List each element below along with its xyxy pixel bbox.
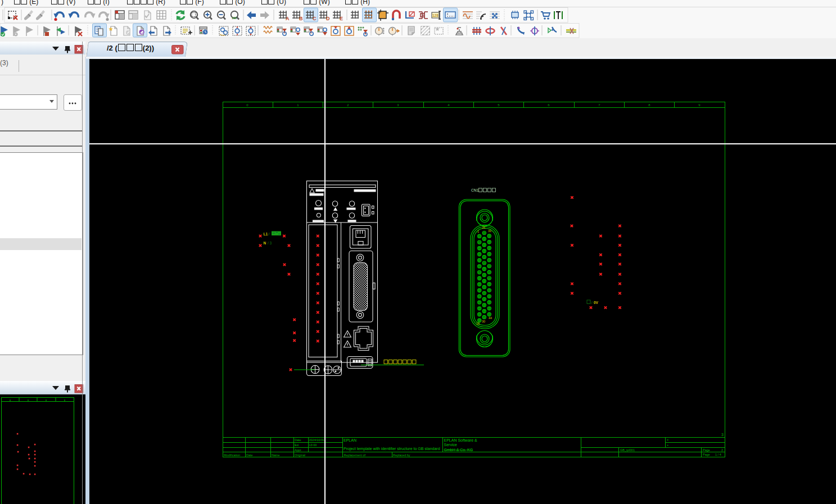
svg-text:L1: L1: [264, 232, 268, 236]
svg-text:D: D: [326, 16, 330, 21]
svg-text:6: 6: [548, 103, 550, 107]
svg-text:2: 2: [721, 448, 723, 452]
svg-text:=: =: [667, 438, 668, 442]
svg-text:8: 8: [648, 103, 650, 107]
svg-text:B: B: [299, 16, 303, 21]
svg-text:44: 44: [489, 316, 492, 320]
svg-text:EPLAN Software &: EPLAN Software &: [444, 438, 477, 442]
svg-text:9: 9: [698, 103, 701, 107]
svg-text:Modification: Modification: [224, 453, 240, 457]
svg-text:100: 100: [232, 16, 237, 20]
svg-text:Name: Name: [272, 453, 280, 457]
svg-text:/ 3: / 3: [268, 241, 272, 245]
svg-text:GmbH & Co. KG: GmbH & Co. KG: [444, 448, 473, 452]
svg-text:Ed.: Ed.: [295, 443, 300, 447]
svg-text:A: A: [286, 16, 290, 21]
svg-text:Original: Original: [295, 453, 305, 457]
svg-text:Page: Page: [703, 448, 710, 452]
svg-text:4: 4: [448, 103, 450, 107]
svg-text:0: 0: [246, 103, 248, 107]
svg-text:C: C: [313, 16, 317, 21]
svg-text:Replacement of: Replacement of: [344, 453, 366, 457]
svg-text:GB_tpl001: GB_tpl001: [620, 448, 635, 452]
svg-text:/: /: [591, 301, 593, 305]
svg-text:E: E: [340, 16, 343, 21]
svg-text:2: 2: [347, 103, 349, 107]
svg-text:1: 1: [477, 230, 479, 233]
svg-text:26: 26: [482, 226, 485, 229]
svg-text:1 / 4: 1 / 4: [715, 453, 721, 456]
svg-text:Project template with identifi: Project template with identifier structu…: [344, 447, 440, 451]
svg-text:3: 3: [397, 103, 399, 107]
svg-text:15: 15: [476, 322, 480, 325]
svg-text:Service: Service: [444, 443, 457, 447]
svg-text:Replaced by: Replaced by: [393, 453, 410, 457]
svg-text:128: 128: [432, 13, 439, 17]
svg-text:3: 3: [721, 433, 724, 437]
svg-text:30: 30: [482, 320, 485, 323]
svg-text:Appr.: Appr.: [295, 448, 302, 452]
svg-text:31: 31: [488, 229, 491, 233]
svg-text:Date: Date: [295, 438, 301, 442]
svg-text:/: /: [269, 232, 270, 236]
svg-text:13:00: 13:00: [309, 443, 317, 447]
svg-text:N: N: [264, 241, 266, 245]
svg-text:Page: Page: [703, 453, 710, 456]
svg-text:5: 5: [498, 103, 500, 107]
svg-text:+: +: [667, 443, 668, 447]
svg-text:EPLAN: EPLAN: [344, 438, 356, 442]
svg-text:2024/10/31: 2024/10/31: [309, 438, 325, 442]
svg-text:7: 7: [598, 103, 600, 107]
svg-text:1: 1: [297, 103, 299, 107]
svg-text:Date: Date: [246, 453, 253, 457]
svg-text:0V: 0V: [594, 301, 599, 305]
svg-text:CN1: CN1: [471, 188, 478, 192]
